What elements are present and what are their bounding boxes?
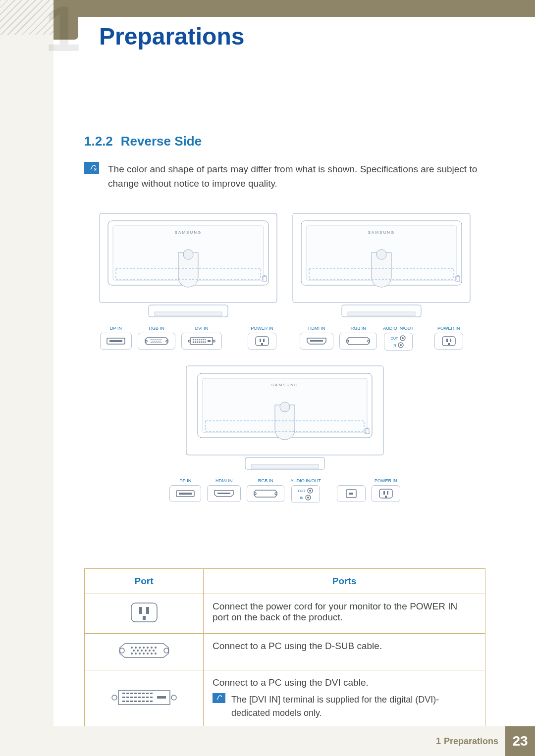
svg-rect-152	[142, 701, 145, 702]
dsub-port-cell-icon	[85, 634, 204, 670]
svg-rect-100	[387, 491, 388, 495]
svg-rect-144	[142, 697, 145, 698]
chapter-number-watermark: 1	[45, 0, 76, 58]
section-number: 1.2.2	[84, 134, 113, 149]
table-row: Connect the power cord for your monitor …	[85, 594, 485, 634]
svg-point-17	[160, 339, 161, 340]
monitor-diagram-c: SAMSUNG DP IN HDMI IN RGB IN	[169, 365, 400, 503]
port-label-power-a: POWER IN	[251, 326, 273, 331]
svg-point-129	[112, 695, 117, 700]
svg-rect-53	[208, 340, 211, 342]
svg-point-3	[183, 250, 193, 259]
svg-rect-145	[146, 697, 149, 698]
svg-rect-140	[126, 697, 129, 698]
svg-point-117	[141, 650, 143, 652]
audio-port-icon: OUT IN	[384, 333, 413, 351]
svg-point-16	[159, 339, 160, 340]
svg-point-120	[153, 650, 155, 652]
svg-point-95	[307, 497, 309, 499]
svg-rect-51	[203, 342, 204, 343]
hdmi-port-icon-c	[207, 485, 241, 502]
header-bar	[54, 0, 535, 17]
svg-rect-76	[450, 339, 451, 342]
svg-rect-49	[199, 342, 200, 343]
info-icon	[84, 162, 99, 174]
svg-point-62	[376, 250, 386, 259]
port-label-dp-c: DP IN	[179, 478, 191, 483]
svg-rect-43	[201, 341, 202, 342]
svg-rect-34	[197, 339, 198, 340]
svg-point-18	[152, 341, 153, 342]
svg-point-31	[213, 340, 215, 342]
svg-rect-150	[134, 701, 137, 702]
audio-in-label-c: IN	[300, 496, 303, 500]
svg-rect-155	[157, 696, 166, 699]
svg-text:SAMSUNG: SAMSUNG	[271, 383, 298, 387]
svg-rect-35	[199, 339, 200, 340]
svg-rect-141	[130, 697, 133, 698]
svg-point-20	[156, 341, 157, 342]
svg-rect-143	[138, 697, 141, 698]
svg-point-109	[135, 647, 137, 649]
svg-rect-47	[195, 342, 196, 343]
svg-point-30	[188, 340, 190, 342]
svg-rect-36	[201, 339, 202, 340]
svg-rect-33	[195, 339, 196, 340]
port-label-rgb-c: RGB IN	[258, 478, 273, 483]
svg-point-119	[149, 650, 151, 652]
rgb-port-icon-c	[247, 485, 284, 502]
svg-point-118	[145, 650, 147, 652]
port-label-rgb-b: RGB IN	[351, 326, 366, 331]
svg-rect-56	[263, 339, 265, 342]
svg-point-21	[158, 341, 159, 342]
table-desc-dsub: Connect to a PC using the D-SUB cable.	[204, 634, 485, 670]
svg-point-122	[135, 653, 137, 655]
table-header-port: Port	[85, 569, 204, 594]
table-header-ports: Ports	[204, 569, 485, 594]
info-icon	[213, 693, 225, 703]
svg-rect-65	[348, 312, 415, 316]
brand-label: SAMSUNG	[175, 230, 202, 235]
dc-port-icon-c	[337, 485, 366, 502]
table-note-dvi: The [DVI IN] terminal is supplied for th…	[231, 693, 476, 720]
svg-point-27	[159, 342, 160, 343]
svg-rect-101	[385, 496, 387, 498]
svg-rect-89	[217, 493, 230, 494]
svg-rect-154	[150, 701, 153, 702]
svg-rect-146	[150, 697, 153, 698]
svg-point-73	[400, 344, 402, 346]
footer-chapter-num: 1	[436, 736, 441, 747]
svg-rect-131	[122, 693, 125, 694]
svg-rect-88	[179, 493, 192, 495]
svg-rect-139	[122, 697, 125, 698]
dp-port-icon	[100, 333, 132, 350]
svg-point-124	[143, 653, 145, 655]
svg-rect-85	[251, 464, 319, 468]
svg-rect-48	[197, 342, 198, 343]
port-label-dvi: DVI IN	[195, 326, 209, 331]
top-note-text: The color and shape of parts may differ …	[108, 162, 485, 191]
svg-point-12	[151, 339, 152, 340]
svg-rect-44	[203, 341, 204, 342]
audio-out-label: OUT	[391, 337, 398, 340]
hdmi-port-icon	[300, 333, 333, 350]
svg-point-25	[155, 342, 156, 343]
svg-point-93	[309, 490, 311, 492]
table-row: Connect to a PC using the DVI cable. The…	[85, 670, 485, 727]
svg-point-14	[155, 339, 156, 340]
svg-point-22	[160, 341, 160, 342]
table-row: Connect to a PC using the D-SUB cable.	[85, 634, 485, 670]
power-port-cell-icon	[85, 594, 204, 634]
svg-rect-133	[130, 693, 133, 694]
svg-rect-37	[203, 339, 204, 340]
svg-rect-77	[448, 343, 450, 345]
svg-rect-67	[310, 340, 323, 342]
port-label-rgb: RGB IN	[149, 326, 164, 331]
port-label-hdmi: HDMI IN	[308, 326, 325, 331]
svg-point-19	[154, 341, 155, 342]
svg-rect-75	[446, 339, 448, 342]
svg-point-125	[147, 653, 149, 655]
svg-point-10	[145, 340, 147, 342]
svg-point-23	[151, 342, 152, 343]
svg-rect-105	[143, 616, 146, 620]
